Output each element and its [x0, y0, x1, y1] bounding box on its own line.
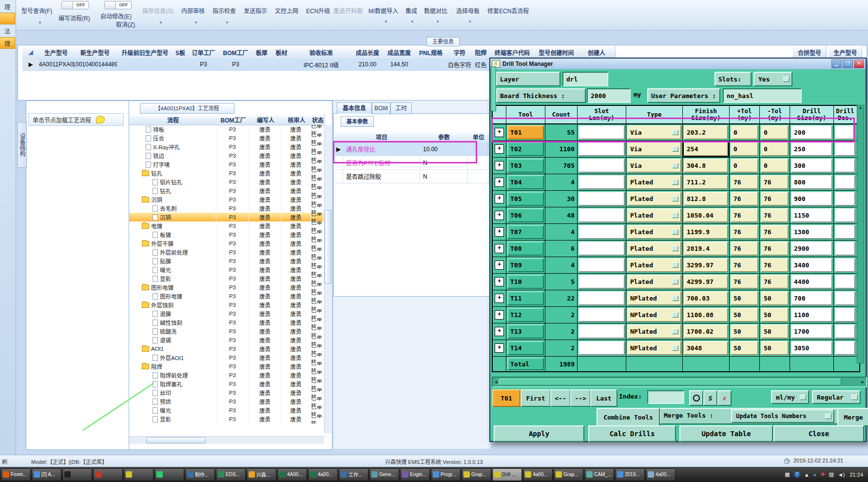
drill-tool-row[interactable]: +T142NPlated304850503050	[493, 340, 859, 357]
drill-des-input[interactable]	[835, 159, 855, 173]
minus-tol-cell[interactable]: 76	[760, 174, 790, 190]
main-cell[interactable]	[173, 59, 188, 71]
flow-tree-row[interactable]: 曝光P3唐勇唐勇已审核	[129, 265, 324, 274]
tool-cell[interactable]: T01	[506, 124, 545, 141]
user-parameters-input[interactable]: no_hasl	[723, 88, 802, 103]
drill-des-cell[interactable]	[834, 224, 856, 240]
plus-tol-cell-input[interactable]: 0	[731, 159, 758, 173]
minus-tol-cell-input[interactable]: 76	[761, 208, 789, 222]
drill-size-cell[interactable]: 3050	[790, 340, 834, 356]
plus-tol-cell-input[interactable]: 76	[731, 275, 758, 289]
flow-step-cell[interactable]: 退锡	[129, 336, 216, 344]
finish-size-cell[interactable]: 2819.4	[683, 241, 730, 257]
drill-des-cell[interactable]	[834, 174, 856, 190]
drill-size-input[interactable]: 4400	[791, 275, 832, 289]
param-row[interactable]: ▶ 通孔厚径比 10.00	[334, 142, 489, 156]
slot-len-cell[interactable]	[578, 224, 626, 240]
maximize-button[interactable]: ❐	[843, 60, 853, 68]
plus-tol-cell[interactable]: 0	[730, 124, 760, 141]
expand-cell[interactable]: +	[493, 158, 506, 174]
flow-tree-row[interactable]: 外层前处理P3唐勇唐勇已审核	[129, 248, 324, 257]
type-dropdown[interactable]: NPlated	[627, 291, 681, 305]
plus-tol-cell[interactable]: 76	[730, 191, 760, 207]
expand-plus-icon[interactable]: +	[495, 294, 504, 303]
minus-tol-cell-input[interactable]: 50	[761, 291, 789, 305]
flow-step-cell[interactable]: 贴膜	[129, 257, 216, 265]
expand-cell[interactable]: +	[493, 274, 506, 290]
main-col-header[interactable]: 阻焊	[472, 46, 490, 59]
minus-tol-cell[interactable]: 0	[760, 141, 790, 157]
minus-tol-cell[interactable]: 50	[760, 290, 790, 306]
drill-tool-row[interactable]: +T1122NPlated700.035050700	[493, 290, 859, 307]
drill-size-input[interactable]: 800	[791, 175, 832, 189]
flow-step-cell[interactable]: 阻焊塞孔	[129, 380, 216, 388]
type-dropdown[interactable]: NPlated	[627, 341, 681, 355]
drill-tool-row[interactable]: +T094Plated3299.9776763400	[493, 257, 859, 274]
flow-col-header[interactable]: 流程	[129, 114, 217, 125]
type-dropdown[interactable]: Plated	[627, 192, 681, 206]
finish-size-cell-input[interactable]: 4299.97	[684, 275, 728, 289]
main-col-header[interactable]: 板材	[271, 46, 292, 59]
type-cell[interactable]: Via	[626, 124, 683, 141]
flow-tree-row[interactable]: 退膜P3唐勇唐勇已审核	[129, 309, 324, 318]
taskbar-item[interactable]	[124, 468, 154, 481]
minus-tol-cell[interactable]: 76	[760, 191, 790, 207]
finish-size-cell-input[interactable]: 700.03	[684, 291, 728, 305]
param-value[interactable]: N	[420, 170, 468, 183]
drill-des-input[interactable]	[835, 192, 855, 206]
type-dropdown[interactable]: Plated	[627, 208, 681, 222]
drill-size-input[interactable]: 200	[791, 125, 832, 140]
tool-cell[interactable]: T12	[506, 307, 545, 323]
finish-size-cell[interactable]: 203.2	[683, 124, 730, 141]
flow-tree-row[interactable]: 铣边P3唐勇唐勇已审核	[129, 151, 324, 160]
main-col-header[interactable]: 升级前旧生产型号	[117, 46, 174, 59]
drill-des-input[interactable]	[835, 142, 855, 156]
tab-main-info[interactable]: 主要信息	[426, 37, 460, 46]
flow-tree-row[interactable]: AOI1P3唐勇唐勇已审核	[129, 344, 324, 353]
drill-des-cell[interactable]	[834, 158, 856, 174]
flow-col-header[interactable]: 核审人	[282, 114, 312, 125]
dialog-horizontal-scrollbar[interactable]: ◄ ►	[492, 377, 867, 387]
expand-cell[interactable]: +	[493, 340, 506, 356]
flow-step-cell[interactable]: 铣边	[129, 151, 216, 160]
drill-des-input[interactable]	[835, 308, 855, 322]
plus-tol-cell-input[interactable]: 50	[731, 341, 758, 355]
slot-len-cell[interactable]	[578, 207, 626, 223]
taskbar-item[interactable]: 4a00...	[308, 468, 338, 481]
merge-button[interactable]: Merge	[837, 408, 868, 426]
fix-ecn-button[interactable]: 修复ECN丢流程	[487, 6, 529, 15]
expand-cell[interactable]: +	[493, 257, 506, 273]
tool-cell[interactable]: T13	[506, 323, 545, 340]
taskbar-item[interactable]: 制作...	[185, 468, 215, 481]
slot-len-input[interactable]	[579, 275, 625, 289]
expand-plus-icon[interactable]: +	[495, 261, 504, 270]
data-compare-dropdown-icon[interactable]: ▼	[436, 20, 440, 24]
minus-tol-cell-input[interactable]: 76	[761, 192, 789, 206]
expand-cell[interactable]: +	[493, 307, 506, 323]
tab-bom[interactable]: BOM	[372, 102, 390, 114]
notification-icon[interactable]: ✚	[820, 471, 825, 478]
main-cell[interactable]: 4A0011PXA0	[39, 59, 74, 71]
mode-dropdown[interactable]: Regular	[812, 390, 861, 404]
flow-step-cell[interactable]: 硫酸洗	[129, 327, 216, 336]
finish-size-cell[interactable]: 700.03	[683, 290, 730, 306]
drill-tool-row[interactable]: +T0530Plated812.87676900	[493, 191, 859, 207]
main-col-header[interactable]: 型号创建时间	[535, 46, 579, 59]
finish-size-cell-input[interactable]: 2819.4	[684, 241, 728, 256]
param-value[interactable]: N	[420, 156, 468, 170]
taskbar-item[interactable]: EDS...	[216, 468, 246, 481]
drill-des-cell[interactable]	[834, 124, 856, 141]
expand-plus-icon[interactable]: +	[495, 343, 504, 353]
drill-tool-row[interactable]: +T105Plated4299.9776764400	[493, 274, 859, 290]
drill-des-cell[interactable]	[834, 274, 856, 290]
flow-step-cell[interactable]: X-Ray冲孔	[129, 142, 216, 151]
flow-step-cell[interactable]: AOI1	[129, 344, 216, 353]
tool-cell[interactable]: T08	[506, 241, 545, 257]
write-flow-button[interactable]: 编写流程(R)	[58, 14, 90, 22]
finish-size-cell[interactable]: 3048	[683, 340, 730, 356]
taskbar-item[interactable]: 工作...	[339, 468, 368, 481]
finish-size-cell[interactable]: 1100.08	[683, 307, 730, 323]
type-dropdown[interactable]: Plated	[627, 175, 681, 189]
flow-tree-row[interactable]: 沉铜P3唐勇唐勇已审核	[129, 195, 324, 204]
plus-tol-cell-input[interactable]: 76	[731, 208, 758, 222]
